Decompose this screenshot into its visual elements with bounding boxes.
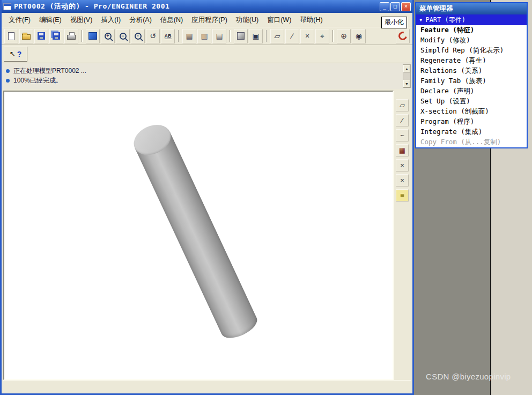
no-hidden-button[interactable]: ▤ <box>212 29 226 43</box>
datum-axis-toggle[interactable]: ∕ <box>285 29 299 43</box>
question-mark-icon: ? <box>17 50 22 58</box>
orient-button[interactable]: ◉ <box>352 29 366 43</box>
maximize-button[interactable]: □ <box>390 2 400 11</box>
note-button[interactable]: ≡ <box>396 189 409 202</box>
print-button[interactable] <box>64 29 78 43</box>
datum-curve-button[interactable]: ~ <box>396 129 409 141</box>
toolbar-separator <box>332 30 334 42</box>
save-copy-button[interactable] <box>49 29 63 43</box>
menu-item-relations[interactable]: Relations (关系) <box>416 66 527 76</box>
annotation-button[interactable]: AB <box>161 29 175 43</box>
watermark: CSDN @biyezuopinvip <box>426 372 511 381</box>
datum-target-button[interactable]: × <box>396 174 409 187</box>
spin-center-button[interactable]: ⊕ <box>337 29 351 43</box>
save-button[interactable] <box>34 29 48 43</box>
menu-insert[interactable]: 插入(I) <box>97 14 124 26</box>
hidden-line-icon: ▥ <box>201 32 208 40</box>
spin-icon: ↺ <box>150 32 156 40</box>
chevron-down-icon: ▼ <box>419 17 422 23</box>
menu-file[interactable]: 文件(F) <box>5 14 34 26</box>
cursor-arrow-icon: ↖ <box>10 50 16 58</box>
menu-item-integrate[interactable]: Integrate (集成) <box>416 127 527 137</box>
datum-toolbar: ▱ ∕ ~ ▦ × × ≡ <box>394 91 411 380</box>
shaded-icon <box>237 32 245 40</box>
menu-item-set-up[interactable]: Set Up (设置) <box>416 96 527 107</box>
message-text: 100%已经完成。 <box>13 76 62 85</box>
menu-manager-part-header[interactable]: ▼ PART (零件) <box>416 14 527 25</box>
main-area: ▱ ∕ ~ ▦ × × ≡ <box>3 91 411 380</box>
model-cylinder[interactable] <box>135 132 261 343</box>
zoom-out-button[interactable]: − <box>116 29 130 43</box>
menu-edit[interactable]: 编辑(E) <box>35 14 65 26</box>
menu-view[interactable]: 视图(V) <box>66 14 97 26</box>
menu-analysis[interactable]: 分析(A) <box>125 14 156 26</box>
new-file-button[interactable] <box>4 29 18 43</box>
graphics-viewport[interactable] <box>3 91 394 380</box>
menu-item-family-tab[interactable]: Family Tab (族表) <box>416 76 527 86</box>
toolbar-separator <box>178 30 179 42</box>
new-file-icon <box>8 32 14 40</box>
spin-center-icon: ⊕ <box>341 32 347 40</box>
datum-point-array-button[interactable]: ▦ <box>396 144 409 156</box>
menu-item-program[interactable]: Program (程序) <box>416 117 527 127</box>
wireframe-button[interactable]: ▦ <box>182 29 196 43</box>
spin-button[interactable]: ↺ <box>146 29 160 43</box>
open-folder-icon <box>22 34 31 40</box>
message-area: 正在处理模型PRT0002 ... 100%已经完成。 ▲ ▼ <box>2 63 412 89</box>
datum-axis-icon: ∕ <box>292 32 293 40</box>
datum-point-button[interactable]: × <box>396 159 409 172</box>
menu-item-regenerate[interactable]: Regenerate (再生) <box>416 56 527 66</box>
hidden-line-button[interactable]: ▥ <box>197 29 211 43</box>
message-scrollbar[interactable]: ▲ ▼ <box>403 64 411 88</box>
refit-button[interactable]: ▫ <box>131 29 145 43</box>
message-line: 正在处理模型PRT0002 ... <box>6 66 400 76</box>
message-line: 100%已经完成。 <box>6 76 400 85</box>
scroll-up-button[interactable]: ▲ <box>403 65 410 72</box>
help-toolbar: ↖ ? <box>2 45 412 63</box>
menu-item-copy-from: Copy From (从...复制) <box>416 137 527 147</box>
toolbar-separator <box>230 30 231 42</box>
repaint-button[interactable] <box>86 29 100 43</box>
datum-axis-button[interactable]: ∕ <box>396 114 409 126</box>
menu-info[interactable]: 信息(N) <box>157 14 187 26</box>
menu-utilities[interactable]: 功能(U) <box>232 14 262 26</box>
menu-window[interactable]: 窗口(W) <box>263 14 295 26</box>
scroll-down-button[interactable]: ▼ <box>403 80 410 87</box>
minimize-button[interactable]: _ <box>380 2 389 11</box>
part-header-label: PART (零件) <box>425 16 466 25</box>
zoom-in-button[interactable]: + <box>101 29 115 43</box>
titlebar[interactable]: PRT0002 (活动的) - Pro/ENGINEER 2001 _ □ × <box>2 0 412 13</box>
window-panes-button[interactable]: ▣ <box>249 29 263 43</box>
open-file-button[interactable] <box>19 29 33 43</box>
panes-icon: ▣ <box>252 32 259 40</box>
datum-csys-toggle[interactable]: ⌖ <box>315 29 329 43</box>
menu-item-feature[interactable]: Feature (特征) <box>416 25 527 35</box>
red-arc-icon <box>397 30 409 42</box>
toolbar-separator <box>82 30 83 42</box>
menu-item-modify[interactable]: Modify (修改) <box>416 35 527 46</box>
sketcher-button[interactable] <box>396 29 410 43</box>
repaint-icon <box>88 32 97 40</box>
csys-icon: ⌖ <box>320 32 324 40</box>
datum-plane-button[interactable]: ▱ <box>396 99 409 111</box>
status-bar <box>3 380 411 392</box>
datum-plane-toggle[interactable]: ▱ <box>270 29 284 43</box>
menu-help[interactable]: 帮助(H) <box>296 14 326 26</box>
datum-curve-icon: ~ <box>400 132 404 139</box>
cylinder-body[interactable] <box>135 132 261 343</box>
datum-point-array-icon: ▦ <box>399 147 405 154</box>
datum-point-toggle[interactable]: × <box>300 29 314 43</box>
context-help-button[interactable]: ↖ ? <box>4 47 27 62</box>
app-window: PRT0002 (活动的) - Pro/ENGINEER 2001 _ □ × … <box>0 0 414 395</box>
menu-manager-title[interactable]: 菜单管理器 <box>416 3 527 14</box>
menu-item-x-section[interactable]: X-section (剖截面) <box>416 107 527 117</box>
shaded-button[interactable] <box>234 29 248 43</box>
message-text: 正在处理模型PRT0002 ... <box>13 66 86 76</box>
desktop-background: 菜单管理器 ▼ PART (零件) Feature (特征) Modify (修… <box>414 0 532 395</box>
menubar: 文件(F) 编辑(E) 视图(V) 插入(I) 分析(A) 信息(N) 应用程序… <box>2 13 412 27</box>
close-button[interactable]: × <box>401 2 411 11</box>
menu-applications[interactable]: 应用程序(P) <box>188 14 231 26</box>
menu-item-declare[interactable]: Declare (声明) <box>416 86 527 96</box>
orient-icon: ◉ <box>356 32 362 40</box>
menu-item-simplfd-rep[interactable]: Simplfd Rep (简化表示) <box>416 46 527 56</box>
